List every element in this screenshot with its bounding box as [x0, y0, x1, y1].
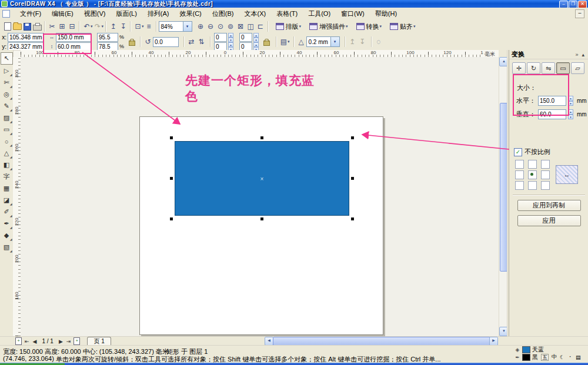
menu-file[interactable]: 文件(F)	[15, 8, 46, 20]
convert-button[interactable]: 转换 ▾	[353, 21, 385, 32]
menu-help[interactable]: 帮助(H)	[370, 8, 402, 20]
toolbox-fill-tool[interactable]: ◆◢	[1, 230, 12, 241]
toolbox-eyedropper-tool[interactable]: ✐◢	[1, 206, 12, 217]
corner-tl-spinner[interactable]: ▴▾	[228, 33, 233, 42]
scale-width-field[interactable]	[97, 33, 118, 42]
corner-radius-tr-field[interactable]	[239, 33, 252, 42]
typesetting-button[interactable]: 排版 ▾	[273, 21, 305, 32]
transform-position-button[interactable]: ✛	[512, 62, 526, 74]
ime-punctuation-icon[interactable]: ・	[567, 353, 573, 361]
vertical-size-spinner[interactable]: ▴▾	[568, 109, 573, 119]
menu-edit[interactable]: 编辑(E)	[46, 8, 79, 20]
snap-to-button[interactable]: 贴齐 ▾	[387, 21, 419, 32]
cut-icon[interactable]: ✂	[47, 22, 57, 31]
toolbox-basic-shapes-tool[interactable]: ◧◢	[1, 159, 12, 170]
new-document-icon[interactable]	[2, 22, 12, 31]
transform-size-button[interactable]: ▭	[556, 62, 570, 74]
horizontal-size-spinner[interactable]: ▴▾	[568, 96, 573, 106]
zoom-fit-icon[interactable]: ⊠	[236, 22, 246, 31]
add-page-after-icon[interactable]: +	[74, 337, 80, 345]
anchor-cell[interactable]	[515, 170, 524, 179]
transform-mirror-button[interactable]: ⇋	[542, 62, 555, 74]
toolbox-blend-tool[interactable]: ◪◢	[1, 195, 12, 206]
vertical-size-field[interactable]	[538, 109, 566, 119]
outline-width-dropdown-icon[interactable]: ▾	[330, 37, 339, 46]
selection-handle[interactable]	[351, 177, 354, 180]
anchor-cell-center[interactable]	[528, 170, 537, 179]
menu-bitmaps[interactable]: 位图(B)	[207, 8, 239, 20]
export-icon[interactable]: ↧	[118, 22, 128, 31]
selection-handle[interactable]	[260, 136, 263, 139]
toolbox-freehand-tool[interactable]: ✎◢	[1, 101, 12, 112]
selection-handle[interactable]	[351, 217, 354, 220]
zoom-in-icon[interactable]: ⊕	[196, 22, 206, 31]
menu-view[interactable]: 视图(V)	[79, 8, 111, 20]
convert-to-curves-icon[interactable]: ◌	[374, 37, 384, 46]
apply-button[interactable]: 应用	[517, 215, 581, 226]
anchor-cell[interactable]	[528, 160, 537, 169]
ime-wubi-icon[interactable]: 五	[541, 354, 549, 361]
zoom-out-icon[interactable]: ⊖	[206, 22, 216, 31]
menu-table[interactable]: 表格(T)	[271, 8, 303, 20]
options-icon[interactable]: ≡	[144, 22, 154, 31]
next-page-icon[interactable]: ▶	[57, 339, 65, 344]
previous-page-icon[interactable]: ◀	[31, 339, 39, 344]
zoom-level-combo[interactable]: 84% ▾	[159, 21, 192, 32]
horizontal-scrollbar[interactable]: ◀ ▶	[265, 337, 498, 344]
lock-corners-icon[interactable]	[263, 41, 270, 46]
selection-handle[interactable]	[170, 177, 173, 180]
enhanced-plugins-button[interactable]: 增强插件 ▾	[306, 21, 351, 32]
toolbox-pick-tool[interactable]: ↖	[1, 52, 13, 65]
save-icon[interactable]	[22, 22, 32, 31]
object-center-mark[interactable]: ×	[260, 175, 264, 182]
menu-layout[interactable]: 版面(L)	[111, 8, 142, 20]
menu-window[interactable]: 窗口(W)	[336, 8, 370, 20]
print-icon[interactable]	[32, 22, 42, 31]
last-page-icon[interactable]: ⇥	[65, 339, 73, 344]
docker-pin-icon[interactable]: ▴	[580, 52, 586, 58]
menu-text[interactable]: 文本(X)	[239, 8, 271, 20]
apply-to-duplicate-button[interactable]: 应用到再制	[517, 200, 581, 211]
outline-width-combo[interactable]: 0.2 mm ▾	[306, 36, 340, 47]
menu-tools[interactable]: 工具(O)	[303, 8, 336, 20]
zoom-width-icon[interactable]: ⊏	[256, 22, 266, 31]
corner-radius-tl-field[interactable]	[214, 33, 227, 42]
toolbox-interactive-fill-tool[interactable]: ▧◢	[1, 242, 12, 253]
toolbox-polygon-tool[interactable]: △◢	[1, 148, 12, 159]
transform-rotate-button[interactable]: ↻	[527, 62, 540, 74]
paste-icon[interactable]: ⊟	[67, 22, 77, 31]
menu-effects[interactable]: 效果(C)	[175, 8, 207, 20]
nonproportional-checkbox[interactable]: ✓	[514, 148, 522, 156]
zoom-actual-icon[interactable]: ⊚	[226, 22, 236, 31]
redo-dropdown-icon[interactable]: ▾	[102, 24, 104, 29]
menu-arrange[interactable]: 排列(A)	[142, 8, 175, 20]
drawing-canvas[interactable]: 先建一个矩形，填充蓝色 ×	[21, 57, 499, 336]
anchor-cell[interactable]	[515, 181, 524, 190]
toolbox-outline-tool[interactable]: ✒◢	[1, 218, 12, 229]
selection-handle[interactable]	[170, 217, 173, 220]
toolbox-rectangle-tool[interactable]: ▭◢	[1, 124, 12, 135]
page-tab[interactable]: 页 1	[87, 337, 111, 346]
ime-keyboard-icon[interactable]: ▤	[576, 354, 581, 360]
zoom-combo-dropdown-icon[interactable]: ▾	[183, 22, 192, 31]
horizontal-scroll-thumb[interactable]	[273, 337, 490, 346]
toolbox-shape-tool[interactable]: ▷◢	[1, 65, 12, 76]
first-page-icon[interactable]: ⇤	[23, 339, 31, 344]
selection-handle[interactable]	[170, 136, 173, 139]
anchor-cell[interactable]	[528, 181, 537, 190]
copy-icon[interactable]: ⊞	[57, 22, 67, 31]
object-width-field[interactable]	[56, 33, 91, 42]
scroll-right-icon[interactable]: ▶	[489, 337, 498, 346]
scroll-left-icon[interactable]: ◀	[265, 337, 273, 346]
horizontal-size-field[interactable]	[538, 96, 566, 106]
vertical-scrollbar[interactable]: ▲ ▼	[499, 57, 507, 336]
outline-swatch[interactable]	[522, 354, 530, 361]
anchor-cell[interactable]	[541, 170, 550, 179]
selection-handle[interactable]	[351, 136, 354, 139]
open-icon[interactable]	[12, 22, 22, 31]
wrap-dropdown-icon[interactable]: ▾	[288, 39, 290, 44]
transform-skew-button[interactable]: ▱	[571, 62, 584, 74]
ime-language-icon[interactable]: 中	[552, 353, 557, 361]
fill-swatch[interactable]	[522, 346, 530, 353]
toolbox-zoom-tool[interactable]: ◎◢	[1, 89, 12, 100]
